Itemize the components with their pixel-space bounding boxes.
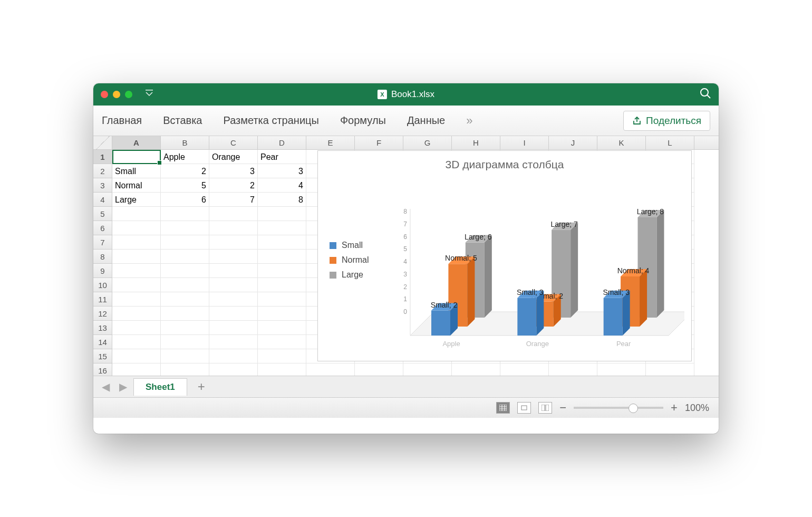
cell[interactable] xyxy=(161,278,209,292)
cell[interactable] xyxy=(258,221,306,235)
cell[interactable] xyxy=(258,235,306,250)
zoom-slider[interactable] xyxy=(574,407,663,409)
cell[interactable] xyxy=(258,307,306,321)
cell[interactable] xyxy=(161,335,209,349)
share-button[interactable]: Поделиться xyxy=(623,111,710,131)
cell[interactable] xyxy=(112,335,161,349)
column-header[interactable]: A xyxy=(112,136,161,149)
cell[interactable] xyxy=(161,292,209,307)
cell[interactable]: Large xyxy=(112,193,161,207)
row-header[interactable]: 11 xyxy=(93,292,112,307)
cell[interactable] xyxy=(112,349,161,363)
cell[interactable] xyxy=(209,250,258,264)
chart-title[interactable]: 3D диаграмма столбца xyxy=(318,151,691,174)
cell[interactable] xyxy=(112,363,161,376)
legend-item[interactable]: Large xyxy=(330,270,369,280)
zoom-out-icon[interactable]: − xyxy=(559,401,566,415)
cell[interactable] xyxy=(112,250,161,264)
row-header[interactable]: 14 xyxy=(93,335,112,349)
cell[interactable] xyxy=(209,207,258,221)
cell[interactable] xyxy=(112,321,161,335)
cell[interactable] xyxy=(112,207,161,221)
cell[interactable] xyxy=(258,207,306,221)
column-header[interactable]: F xyxy=(355,136,403,149)
view-normal-icon[interactable] xyxy=(496,402,510,414)
tab-formulas[interactable]: Формулы xyxy=(340,114,386,127)
cell[interactable] xyxy=(112,278,161,292)
cell[interactable] xyxy=(258,264,306,278)
row-header[interactable]: 5 xyxy=(93,207,112,221)
cell[interactable] xyxy=(258,321,306,335)
row-header[interactable]: 16 xyxy=(93,363,112,376)
column-header[interactable]: B xyxy=(161,136,209,149)
cell[interactable] xyxy=(112,150,161,164)
cell[interactable]: 2 xyxy=(161,164,209,178)
row-header[interactable]: 8 xyxy=(93,250,112,264)
cell[interactable] xyxy=(258,292,306,307)
cell[interactable] xyxy=(112,292,161,307)
column-header[interactable]: K xyxy=(597,136,646,149)
cell[interactable] xyxy=(597,363,646,376)
cell[interactable] xyxy=(161,363,209,376)
cell[interactable] xyxy=(209,335,258,349)
column-header[interactable]: I xyxy=(500,136,549,149)
cell[interactable] xyxy=(112,307,161,321)
cell[interactable] xyxy=(258,335,306,349)
cell[interactable]: Normal xyxy=(112,178,161,193)
cell[interactable] xyxy=(549,363,597,376)
cell[interactable] xyxy=(161,221,209,235)
sheet-next-icon[interactable]: ▶ xyxy=(116,380,130,393)
row-header[interactable]: 10 xyxy=(93,278,112,292)
cell[interactable] xyxy=(161,250,209,264)
cell[interactable]: 7 xyxy=(209,193,258,207)
cell[interactable]: 4 xyxy=(258,178,306,193)
sheet-prev-icon[interactable]: ◀ xyxy=(99,380,113,393)
row-header[interactable]: 6 xyxy=(93,221,112,235)
cell[interactable] xyxy=(112,221,161,235)
cell[interactable]: Orange xyxy=(209,150,258,164)
search-icon[interactable] xyxy=(700,88,711,101)
column-header[interactable]: E xyxy=(306,136,355,149)
cell[interactable] xyxy=(646,363,694,376)
row-header[interactable]: 12 xyxy=(93,307,112,321)
view-page-layout-icon[interactable] xyxy=(517,402,531,414)
cell[interactable] xyxy=(209,235,258,250)
row-header[interactable]: 13 xyxy=(93,321,112,335)
row-header[interactable]: 15 xyxy=(93,349,112,363)
cell[interactable] xyxy=(258,349,306,363)
cell[interactable] xyxy=(209,292,258,307)
cell[interactable] xyxy=(258,250,306,264)
close-icon[interactable] xyxy=(101,91,108,98)
cell[interactable]: 6 xyxy=(161,193,209,207)
cell[interactable]: Pear xyxy=(258,150,306,164)
cell[interactable] xyxy=(209,221,258,235)
row-header[interactable]: 4 xyxy=(93,193,112,207)
column-header[interactable]: G xyxy=(403,136,452,149)
select-all-corner[interactable] xyxy=(93,136,112,149)
row-header[interactable]: 2 xyxy=(93,164,112,178)
column-header[interactable]: H xyxy=(452,136,500,149)
row-header[interactable]: 7 xyxy=(93,235,112,250)
cell[interactable] xyxy=(355,363,403,376)
cell[interactable]: 8 xyxy=(258,193,306,207)
cell[interactable] xyxy=(209,278,258,292)
cell[interactable] xyxy=(306,363,355,376)
legend-item[interactable]: Normal xyxy=(330,255,369,265)
column-header[interactable]: L xyxy=(646,136,694,149)
cell[interactable] xyxy=(209,264,258,278)
legend-item[interactable]: Small xyxy=(330,241,369,250)
titlebar[interactable]: X Book1.xlsx xyxy=(93,83,719,106)
zoom-in-icon[interactable]: + xyxy=(671,401,678,415)
worksheet-grid[interactable]: ABCDEFGHIJKL 1AppleOrangePear2Small2333N… xyxy=(93,136,719,376)
cell[interactable]: 3 xyxy=(258,164,306,178)
cell[interactable]: 3 xyxy=(209,164,258,178)
column-header[interactable]: J xyxy=(549,136,597,149)
cell[interactable]: Small xyxy=(112,164,161,178)
column-header[interactable]: C xyxy=(209,136,258,149)
sheet-tab[interactable]: Sheet1 xyxy=(133,378,187,396)
cell[interactable] xyxy=(161,307,209,321)
cell[interactable] xyxy=(112,264,161,278)
zoom-level[interactable]: 100% xyxy=(685,403,709,414)
chart-object[interactable]: 3D диаграмма столбца Small Normal Large … xyxy=(317,150,692,361)
chart-legend[interactable]: Small Normal Large xyxy=(330,241,369,285)
